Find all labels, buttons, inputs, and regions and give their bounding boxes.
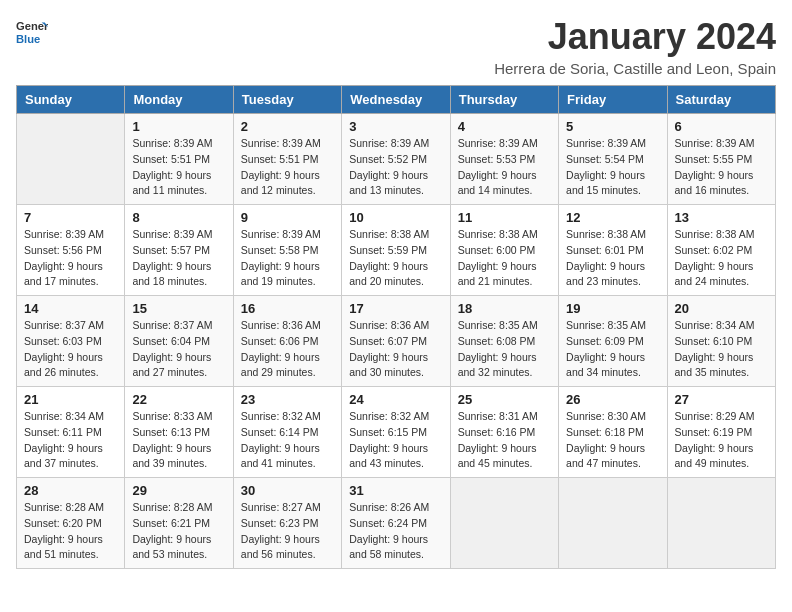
day-number: 18: [458, 301, 551, 316]
calendar-cell: 27Sunrise: 8:29 AMSunset: 6:19 PMDayligh…: [667, 387, 775, 478]
svg-text:General: General: [16, 20, 48, 32]
day-number: 31: [349, 483, 442, 498]
calendar-cell: 29Sunrise: 8:28 AMSunset: 6:21 PMDayligh…: [125, 478, 233, 569]
day-info: Sunrise: 8:28 AMSunset: 6:20 PMDaylight:…: [24, 500, 117, 563]
calendar-cell: 13Sunrise: 8:38 AMSunset: 6:02 PMDayligh…: [667, 205, 775, 296]
calendar-cell: 20Sunrise: 8:34 AMSunset: 6:10 PMDayligh…: [667, 296, 775, 387]
title-block: January 2024 Herrera de Soria, Castille …: [494, 16, 776, 77]
weekday-header-tuesday: Tuesday: [233, 86, 341, 114]
day-info: Sunrise: 8:39 AMSunset: 5:51 PMDaylight:…: [132, 136, 225, 199]
calendar-cell: [667, 478, 775, 569]
day-number: 13: [675, 210, 768, 225]
day-number: 3: [349, 119, 442, 134]
day-info: Sunrise: 8:31 AMSunset: 6:16 PMDaylight:…: [458, 409, 551, 472]
calendar-cell: 31Sunrise: 8:26 AMSunset: 6:24 PMDayligh…: [342, 478, 450, 569]
day-number: 22: [132, 392, 225, 407]
day-number: 11: [458, 210, 551, 225]
location-subtitle: Herrera de Soria, Castille and Leon, Spa…: [494, 60, 776, 77]
day-info: Sunrise: 8:38 AMSunset: 6:02 PMDaylight:…: [675, 227, 768, 290]
calendar-cell: 12Sunrise: 8:38 AMSunset: 6:01 PMDayligh…: [559, 205, 667, 296]
calendar-cell: [17, 114, 125, 205]
day-info: Sunrise: 8:32 AMSunset: 6:14 PMDaylight:…: [241, 409, 334, 472]
page-header: General Blue January 2024 Herrera de Sor…: [16, 16, 776, 77]
day-number: 1: [132, 119, 225, 134]
calendar-cell: [450, 478, 558, 569]
day-number: 10: [349, 210, 442, 225]
calendar-cell: 5Sunrise: 8:39 AMSunset: 5:54 PMDaylight…: [559, 114, 667, 205]
weekday-header-thursday: Thursday: [450, 86, 558, 114]
day-number: 8: [132, 210, 225, 225]
weekday-header-saturday: Saturday: [667, 86, 775, 114]
day-info: Sunrise: 8:38 AMSunset: 6:00 PMDaylight:…: [458, 227, 551, 290]
day-number: 14: [24, 301, 117, 316]
day-number: 9: [241, 210, 334, 225]
day-info: Sunrise: 8:35 AMSunset: 6:08 PMDaylight:…: [458, 318, 551, 381]
day-info: Sunrise: 8:37 AMSunset: 6:03 PMDaylight:…: [24, 318, 117, 381]
day-info: Sunrise: 8:39 AMSunset: 5:58 PMDaylight:…: [241, 227, 334, 290]
day-number: 17: [349, 301, 442, 316]
day-info: Sunrise: 8:39 AMSunset: 5:56 PMDaylight:…: [24, 227, 117, 290]
calendar-cell: [559, 478, 667, 569]
day-info: Sunrise: 8:27 AMSunset: 6:23 PMDaylight:…: [241, 500, 334, 563]
day-number: 29: [132, 483, 225, 498]
calendar-cell: 1Sunrise: 8:39 AMSunset: 5:51 PMDaylight…: [125, 114, 233, 205]
calendar-week-row: 7Sunrise: 8:39 AMSunset: 5:56 PMDaylight…: [17, 205, 776, 296]
day-number: 27: [675, 392, 768, 407]
day-number: 12: [566, 210, 659, 225]
day-info: Sunrise: 8:39 AMSunset: 5:53 PMDaylight:…: [458, 136, 551, 199]
calendar-cell: 14Sunrise: 8:37 AMSunset: 6:03 PMDayligh…: [17, 296, 125, 387]
day-info: Sunrise: 8:35 AMSunset: 6:09 PMDaylight:…: [566, 318, 659, 381]
calendar-cell: 21Sunrise: 8:34 AMSunset: 6:11 PMDayligh…: [17, 387, 125, 478]
day-info: Sunrise: 8:30 AMSunset: 6:18 PMDaylight:…: [566, 409, 659, 472]
day-number: 19: [566, 301, 659, 316]
calendar-cell: 26Sunrise: 8:30 AMSunset: 6:18 PMDayligh…: [559, 387, 667, 478]
calendar-cell: 4Sunrise: 8:39 AMSunset: 5:53 PMDaylight…: [450, 114, 558, 205]
day-info: Sunrise: 8:33 AMSunset: 6:13 PMDaylight:…: [132, 409, 225, 472]
svg-text:Blue: Blue: [16, 33, 40, 45]
calendar-week-row: 21Sunrise: 8:34 AMSunset: 6:11 PMDayligh…: [17, 387, 776, 478]
calendar-cell: 7Sunrise: 8:39 AMSunset: 5:56 PMDaylight…: [17, 205, 125, 296]
weekday-header-wednesday: Wednesday: [342, 86, 450, 114]
calendar-cell: 6Sunrise: 8:39 AMSunset: 5:55 PMDaylight…: [667, 114, 775, 205]
calendar-cell: 22Sunrise: 8:33 AMSunset: 6:13 PMDayligh…: [125, 387, 233, 478]
calendar-cell: 25Sunrise: 8:31 AMSunset: 6:16 PMDayligh…: [450, 387, 558, 478]
day-info: Sunrise: 8:37 AMSunset: 6:04 PMDaylight:…: [132, 318, 225, 381]
day-number: 16: [241, 301, 334, 316]
calendar-cell: 9Sunrise: 8:39 AMSunset: 5:58 PMDaylight…: [233, 205, 341, 296]
day-info: Sunrise: 8:39 AMSunset: 5:57 PMDaylight:…: [132, 227, 225, 290]
weekday-header-monday: Monday: [125, 86, 233, 114]
day-number: 21: [24, 392, 117, 407]
day-info: Sunrise: 8:34 AMSunset: 6:11 PMDaylight:…: [24, 409, 117, 472]
calendar-week-row: 28Sunrise: 8:28 AMSunset: 6:20 PMDayligh…: [17, 478, 776, 569]
calendar-cell: 18Sunrise: 8:35 AMSunset: 6:08 PMDayligh…: [450, 296, 558, 387]
calendar-cell: 3Sunrise: 8:39 AMSunset: 5:52 PMDaylight…: [342, 114, 450, 205]
day-number: 15: [132, 301, 225, 316]
day-info: Sunrise: 8:38 AMSunset: 5:59 PMDaylight:…: [349, 227, 442, 290]
day-info: Sunrise: 8:32 AMSunset: 6:15 PMDaylight:…: [349, 409, 442, 472]
day-number: 28: [24, 483, 117, 498]
calendar-table: SundayMondayTuesdayWednesdayThursdayFrid…: [16, 85, 776, 569]
calendar-week-row: 14Sunrise: 8:37 AMSunset: 6:03 PMDayligh…: [17, 296, 776, 387]
calendar-cell: 17Sunrise: 8:36 AMSunset: 6:07 PMDayligh…: [342, 296, 450, 387]
calendar-cell: 28Sunrise: 8:28 AMSunset: 6:20 PMDayligh…: [17, 478, 125, 569]
logo: General Blue: [16, 16, 48, 48]
day-info: Sunrise: 8:36 AMSunset: 6:06 PMDaylight:…: [241, 318, 334, 381]
calendar-cell: 2Sunrise: 8:39 AMSunset: 5:51 PMDaylight…: [233, 114, 341, 205]
day-number: 23: [241, 392, 334, 407]
calendar-cell: 24Sunrise: 8:32 AMSunset: 6:15 PMDayligh…: [342, 387, 450, 478]
day-info: Sunrise: 8:39 AMSunset: 5:52 PMDaylight:…: [349, 136, 442, 199]
weekday-header-row: SundayMondayTuesdayWednesdayThursdayFrid…: [17, 86, 776, 114]
day-number: 26: [566, 392, 659, 407]
day-number: 7: [24, 210, 117, 225]
day-info: Sunrise: 8:39 AMSunset: 5:55 PMDaylight:…: [675, 136, 768, 199]
day-info: Sunrise: 8:36 AMSunset: 6:07 PMDaylight:…: [349, 318, 442, 381]
day-number: 6: [675, 119, 768, 134]
day-number: 4: [458, 119, 551, 134]
day-number: 30: [241, 483, 334, 498]
day-info: Sunrise: 8:28 AMSunset: 6:21 PMDaylight:…: [132, 500, 225, 563]
day-number: 24: [349, 392, 442, 407]
calendar-cell: 23Sunrise: 8:32 AMSunset: 6:14 PMDayligh…: [233, 387, 341, 478]
calendar-cell: 16Sunrise: 8:36 AMSunset: 6:06 PMDayligh…: [233, 296, 341, 387]
day-number: 25: [458, 392, 551, 407]
weekday-header-sunday: Sunday: [17, 86, 125, 114]
